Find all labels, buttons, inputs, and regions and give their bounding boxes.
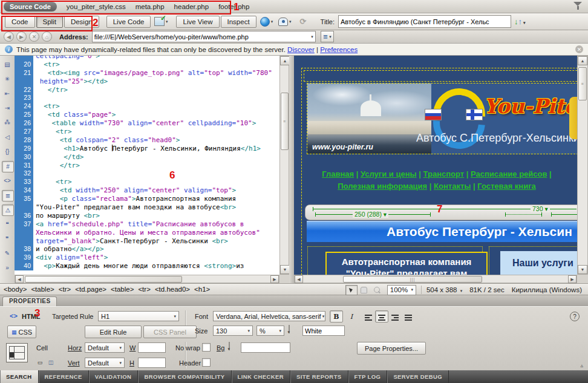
code-editor-pane[interactable]: cellspacing="0">20 <tr>21 <td><img src="… [15, 56, 279, 275]
code-line[interactable]: cellspacing="0"> [15, 56, 279, 61]
code-line[interactable]: 22 </tr> [15, 86, 279, 94]
code-line[interactable]: 24 <tr> [15, 102, 279, 111]
size-unit-dropdown[interactable]: %▾ [256, 326, 284, 336]
html-mode-button[interactable]: HTML [22, 313, 41, 320]
home-icon[interactable]: ⌂ [42, 31, 52, 42]
title-input[interactable] [338, 15, 511, 28]
inspect-button[interactable]: Inspect [221, 16, 256, 28]
tag-selector-item[interactable]: <table> [31, 286, 54, 293]
preferences-link[interactable]: Preferences [320, 46, 358, 53]
code-line[interactable]: 31 </tr> [15, 162, 279, 170]
preview-in-browser-icon[interactable]: ▾ [260, 16, 274, 28]
size-dropdown[interactable]: 130▾ [213, 326, 253, 336]
check-browser-compatibility-icon[interactable]: ▾ [154, 16, 168, 28]
refresh-design-view-icon[interactable]: ⟳ [296, 16, 310, 28]
highlight-invalid-code-icon[interactable]: <> [2, 175, 13, 186]
text-color-swatch[interactable] [289, 325, 290, 333]
text-color-input[interactable] [302, 326, 345, 336]
merge-cells-icon[interactable]: ▭ [35, 358, 45, 367]
code-line[interactable]: 40 <p>Каждый день многие люди отправляют… [15, 262, 279, 270]
html-mode-icon[interactable]: <> [10, 312, 18, 319]
code-line[interactable]: 39<div align="left"> [15, 254, 279, 262]
address-input[interactable] [93, 33, 310, 41]
balance-braces-icon[interactable]: {} [2, 146, 13, 157]
horz-dropdown[interactable]: Default▾ [85, 342, 125, 353]
live-view-button[interactable]: Live View [176, 16, 219, 28]
code-view-button[interactable]: Code [5, 16, 35, 28]
align-center-button[interactable] [375, 310, 388, 322]
indent-code-icon[interactable]: ✎ [2, 248, 13, 258]
code-line[interactable]: Хельсинки и обратно. Цены и места отправ… [15, 229, 279, 237]
code-line[interactable]: 36по маршруту <br> [15, 212, 279, 220]
visual-aids-icon[interactable]: ▾ [278, 16, 292, 28]
discover-link[interactable]: Discover [287, 46, 315, 53]
results-tab-link-checker[interactable]: LINK CHECKER [232, 370, 291, 383]
tag-selector-item[interactable]: <td.page> [75, 286, 106, 293]
code-line[interactable]: 27 <tr> [15, 128, 279, 136]
results-tab-browser-compatibility[interactable]: BROWSER COMPATIBILITY [138, 370, 231, 383]
remove-comment-icon[interactable]: ❞ [2, 234, 13, 244]
tag-selector-item[interactable]: <tr> [138, 286, 150, 293]
zoom-level-dropdown[interactable]: 100% ▾ [387, 285, 416, 295]
split-cell-icon[interactable]: ◫ [46, 358, 56, 367]
results-tab-ftp-log[interactable]: FTP LOG [348, 370, 388, 383]
site-nav-link[interactable]: Полезная информация [338, 182, 427, 191]
related-file-tab[interactable]: meta.php [136, 3, 165, 10]
results-tab-server-debug[interactable]: SERVER DEBUG [387, 370, 449, 383]
site-nav-link[interactable]: Контакты [434, 182, 471, 191]
bg-color-input[interactable] [241, 342, 290, 353]
tag-selector-item[interactable]: <tr> [59, 286, 71, 293]
code-line[interactable]: 25 <td class="page"> [15, 111, 279, 119]
live-code-button[interactable]: Live Code [106, 16, 151, 28]
stop-icon[interactable]: ✕ [29, 31, 39, 42]
tag-selector-item[interactable]: <table> [111, 286, 134, 293]
css-mode-button[interactable]: ▦CSS [7, 326, 36, 338]
code-line[interactable]: 34 <td width="250" align="center" valign… [15, 186, 279, 195]
code-line[interactable]: "You-Piter" предлагает вам поездки на ав… [15, 203, 279, 212]
code-line[interactable]: target="_blank">Санкт-Петербург - Хельси… [15, 237, 279, 246]
site-nav-link[interactable]: Услуги и цены [361, 169, 417, 178]
column-width-250[interactable]: 250 (288) ▾ [353, 211, 388, 218]
site-nav-link[interactable]: Расписание рейсов [471, 169, 547, 178]
design-vertical-scrollbar[interactable]: ▲ ≡ ▼ [577, 56, 588, 275]
code-line[interactable]: 23 [15, 94, 279, 102]
design-view-pane[interactable]: www.you-piter.ru You-Piter Автобус С.Пет… [294, 56, 577, 275]
company-ad-box[interactable]: Автотранспортная компания "You-Piter" пр… [325, 252, 488, 275]
help-icon[interactable]: ? [570, 312, 580, 321]
site-nav-link[interactable]: Гостевая книга [477, 182, 536, 191]
code-line[interactable]: 29 <h1>Автобус Петербург - Хельсинки, Фи… [15, 145, 279, 153]
results-tab-reference[interactable]: REFERENCE [39, 370, 89, 383]
tag-selector-item[interactable]: <body> [4, 286, 27, 293]
related-file-tab[interactable]: header.php [174, 3, 209, 10]
syntax-error-alerts-icon[interactable]: ⚠ [2, 205, 14, 216]
tag-selector-item[interactable]: <td.head0> [155, 286, 190, 293]
page-h1-bar[interactable]: Автобус Петербург - Хельсин [307, 221, 577, 242]
code-line[interactable]: height="25"></td> [15, 77, 279, 86]
italic-button[interactable]: I [345, 310, 358, 322]
word-wrap-icon[interactable]: ≣ [2, 190, 14, 201]
edit-rule-button[interactable]: Edit Rule [85, 326, 142, 338]
panel-collapse-icon[interactable]: ▵ [580, 362, 583, 368]
hand-tool-icon[interactable] [358, 285, 370, 295]
code-line[interactable]: 26 <table width="730" align="center" cel… [15, 119, 279, 128]
design-horizontal-scrollbar[interactable]: ◀ ||| ▶ [294, 275, 577, 283]
targeted-rule-dropdown[interactable]: H1▾ [98, 311, 179, 321]
select-parent-tag-icon[interactable]: ◁ [2, 132, 13, 142]
table-width-indicator[interactable]: 730 ▾ 250 (288) ▾ [305, 205, 577, 220]
more-tools-chevron-icon[interactable]: » [2, 263, 13, 273]
vert-dropdown[interactable]: Default▾ [85, 358, 125, 368]
bold-button[interactable]: B [330, 310, 343, 322]
apply-comment-icon[interactable]: ❝ [2, 219, 13, 229]
code-line[interactable]: 32 [15, 169, 279, 178]
design-view-button[interactable]: Design [64, 16, 99, 28]
address-dropdown-icon[interactable]: ▾ [311, 34, 313, 39]
font-dropdown[interactable]: Verdana, Arial, Helvetica, sans-serif▾ [213, 311, 325, 321]
align-left-button[interactable] [362, 310, 375, 322]
source-code-tab[interactable]: Source Code [4, 2, 57, 11]
tag-selector-item[interactable]: <h1> [194, 286, 210, 293]
code-line[interactable]: 33 <tr> [15, 178, 279, 186]
services-box[interactable]: Наши услуги [500, 251, 577, 275]
header-checkbox[interactable] [202, 358, 211, 367]
code-vertical-scrollbar[interactable]: ▲ ≡ ▼ [279, 56, 289, 275]
site-banner[interactable]: www.you-piter.ru You-Piter Автобус С.Пет… [307, 83, 577, 154]
